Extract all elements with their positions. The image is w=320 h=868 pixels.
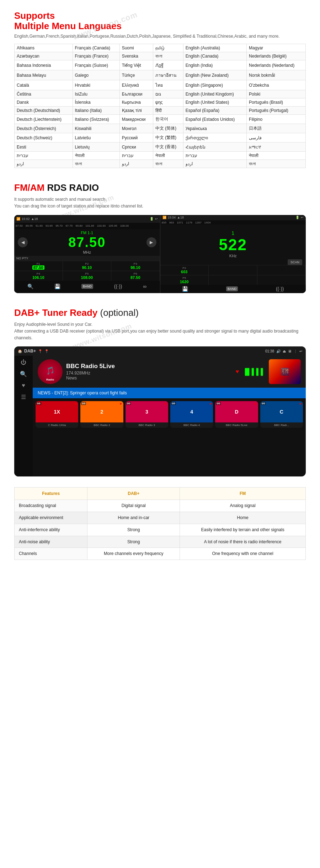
fm-save-icon[interactable]: 💾 <box>54 284 60 289</box>
dab-station-type: News <box>66 376 232 381</box>
dab-list-icon[interactable]: ☰ <box>21 394 26 400</box>
lang-cell: Français (France) <box>73 52 119 60</box>
lang-cell: नेपाली <box>247 152 306 160</box>
dab-channel-1[interactable]: 0/0 ♥ 1X C Radio 1Xtra <box>36 401 78 428</box>
dab-channel-5[interactable]: 0/0 ♥ D BBC Radio 5Live <box>215 401 258 428</box>
dab-album-art: 🌃 <box>269 359 301 384</box>
lang-cell: Galego <box>73 70 119 80</box>
fm-presets-row1: P1 87.50 P2 90.10 P3 98.10 <box>14 261 160 271</box>
lang-cell: Nederlands (Nederland) <box>247 60 306 70</box>
fm-prev-button[interactable]: ◀ <box>18 237 28 247</box>
compare-fm-cell: One frequency with one channel <box>180 548 306 560</box>
am-band-icon[interactable]: BAND <box>226 286 238 291</box>
lang-cell: Türkçe <box>119 70 153 80</box>
dab-channel-4-art: 0/0 ♥ 4 <box>170 401 213 422</box>
lang-cell: Lietuvių <box>73 142 119 152</box>
dab-channel-2[interactable]: 0/0 ♥ 2 BBC Radio 2 <box>80 401 123 428</box>
am-scan-button[interactable]: SCAN <box>288 259 302 265</box>
am-save-icon[interactable]: 💾 <box>182 286 188 292</box>
fm-back-icon: ↩ <box>155 217 158 221</box>
am-wifi-icon[interactable]: ((·)) <box>276 286 284 292</box>
dab-station-name: BBC Radio 5Live <box>66 363 232 370</box>
radio-heading: FM/AM RDS RADIO <box>14 182 306 193</box>
dab-channel-4[interactable]: 0/0 ♥ 4 BBC Radio 4 <box>170 401 213 428</box>
fm-preset-1[interactable]: P1 87.50 <box>14 261 63 271</box>
lang-cell: English (United States) <box>183 98 246 107</box>
lang-cell: English (Canada) <box>183 52 246 60</box>
languages-heading: Supports Multiple Menu Languaes <box>14 11 306 31</box>
lang-cell: גום <box>153 90 183 98</box>
lang-cell: Suomi <box>119 44 153 52</box>
lang-cell: עברית <box>15 152 73 160</box>
lang-cell: اردو <box>183 160 246 168</box>
fm-wifi-icon[interactable]: ((·)) <box>114 284 122 289</box>
fm-preset-5[interactable]: P5 108.00 <box>63 271 112 281</box>
fm-preset-3[interactable]: P3 98.10 <box>111 261 160 271</box>
lang-cell: हिंदी <box>153 107 183 115</box>
lang-cell: Հայերեն <box>183 142 246 152</box>
lang-cell: Čeština <box>15 90 73 98</box>
dab-station-freq: 174.928MHz <box>66 371 232 376</box>
lang-cell: Azərbaycan <box>15 52 73 60</box>
dab-channel-6-art: 0/0 ♥ C <box>260 401 303 422</box>
fm-next-button[interactable]: ▶ <box>146 237 156 247</box>
fm-battery-icon: 🔋 <box>150 217 154 221</box>
fm-tape-icon[interactable]: ∞ <box>143 284 146 289</box>
fm-search-icon[interactable]: 🔍 <box>27 284 33 289</box>
compare-dab-cell: Strong <box>87 524 180 536</box>
compare-feature-cell: Channels <box>15 548 87 560</box>
dab-back-icon[interactable]: ↩ <box>299 349 302 353</box>
languages-subtitle: English,German,French,Spanish,Italian,Po… <box>14 34 306 39</box>
dab-channel-3[interactable]: 0/0 ♥ 3 BBC Radio 3 <box>126 401 168 428</box>
dab-power-icon[interactable]: ⏻ <box>21 359 26 366</box>
lang-cell: 한국어 <box>153 115 183 124</box>
fm-preset-4[interactable]: P4 106.10 <box>14 271 63 281</box>
lang-cell: Dansk <box>15 98 73 107</box>
languages-table: AfrikaansFrançais (Canada)Suomiதமிழ்Engl… <box>14 44 306 168</box>
fm-no-pty: NO PTY <box>14 256 160 261</box>
am-display-row: 1 522 KHz <box>160 225 306 259</box>
compare-dab-cell: More channels every frequency <box>87 548 180 560</box>
am-frequency: 522 <box>219 236 247 254</box>
lang-cell: አማርኛ <box>247 142 306 152</box>
dab-channel-6[interactable]: 0/0 ♥ C BBC Radi... <box>260 401 303 428</box>
dab-search-icon[interactable]: 🔍 <box>20 371 27 377</box>
fm-panel: 📶 15:02 ▲18 🔋 ↩ 87.50 89.55 91.60 93.65 … <box>14 215 160 293</box>
am-bottom-bar: 💾 BAND ((·)) <box>160 285 306 293</box>
lang-cell: Deutsch (Liechtenstein) <box>15 115 73 124</box>
dab-home-icon[interactable]: 🏠 <box>18 349 22 353</box>
dab-heart-sidebar-icon[interactable]: ♥ <box>22 382 25 389</box>
fm-band-icon[interactable]: BAND <box>81 284 93 289</box>
lang-cell: Ελληνικά <box>119 80 153 90</box>
lang-cell: বাংলা <box>73 160 119 168</box>
lang-cell: नेपाली <box>73 152 119 160</box>
am-freq-ruler: 855 963 1071 1179 1287 1404 <box>160 220 306 225</box>
am-signal-icon: 📶 <box>162 216 166 219</box>
radio-screenshot: 📶 15:02 ▲18 🔋 ↩ 87.50 89.55 91.60 93.65 … <box>14 215 306 293</box>
lang-cell: ภัฏฐี <box>153 60 183 70</box>
fm-band-label: FM 1-1 <box>68 231 106 235</box>
fm-presets-row2: P4 106.10 P5 108.00 P6 87.50 <box>14 271 160 281</box>
fm-freq-ruler: 87.50 89.55 91.60 93.65 95.70 97.75 99.8… <box>14 223 160 229</box>
dab-more-icon[interactable]: ⋮ <box>294 349 297 353</box>
lang-cell: Кыргызча <box>119 98 153 107</box>
dab-pin-icon: 📍 <box>38 349 42 353</box>
fm-preset-2[interactable]: P2 90.10 <box>63 261 112 271</box>
fm-preset-6[interactable]: P6 87.50 <box>111 271 160 281</box>
lang-cell: Français (Suisse) <box>73 60 119 70</box>
am-preset-p5[interactable]: P5 1620 <box>160 275 209 285</box>
col-header-dab: DAB+ <box>87 487 180 500</box>
am-scan-row: SCAN <box>160 259 306 265</box>
lang-cell: 中文 (繁體) <box>153 133 183 142</box>
compare-feature-cell: Anti-interfernce ability <box>15 524 87 536</box>
am-preset-p2[interactable]: P2 603 <box>160 265 209 275</box>
dab-screen-icon: 🖥 <box>288 349 292 353</box>
lang-cell: 中文 (简体) <box>153 124 183 133</box>
dab-station-info: BBC Radio 5Live 174.928MHz News <box>66 363 232 381</box>
lang-cell: ไทย <box>153 80 183 90</box>
dab-station-logo: 🎵 <box>38 359 63 384</box>
lang-cell: فارسی <box>247 133 306 142</box>
dab-favorite-icon[interactable]: ♥ <box>236 368 239 375</box>
fm-status-bar: 📶 15:02 ▲18 🔋 ↩ <box>14 215 160 223</box>
lang-cell: اردو <box>119 160 153 168</box>
